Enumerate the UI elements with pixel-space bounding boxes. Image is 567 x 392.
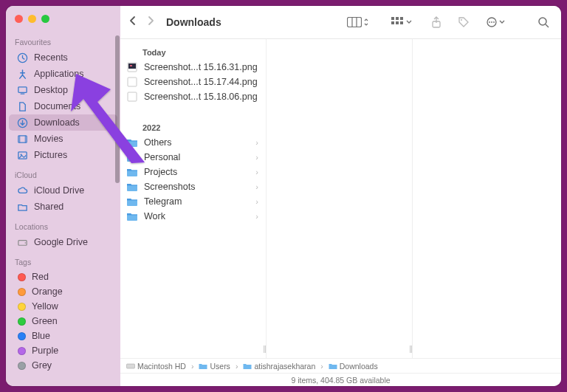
svg-point-24: [491, 21, 492, 23]
svg-point-25: [493, 21, 495, 23]
forward-button[interactable]: [147, 16, 154, 28]
sidebar-scrollbar-thumb[interactable]: [115, 35, 120, 183]
path-separator: [233, 362, 241, 371]
chevron-right-icon: ›: [255, 182, 260, 191]
path-segment[interactable]: Users: [199, 362, 230, 371]
path-segment[interactable]: atishrajasekharan: [243, 362, 315, 371]
sidebar-item-orange[interactable]: Orange: [9, 284, 117, 299]
chevron-right-icon: ›: [255, 197, 260, 206]
chevron-down-icon: [499, 18, 505, 26]
folder-row[interactable]: Personal›: [120, 150, 266, 165]
file-row[interactable]: Screenshot...t 15.18.06.png: [120, 89, 266, 104]
file-row[interactable]: Screenshot...t 15.17.44.png: [120, 75, 266, 89]
sidebar-item-blue[interactable]: Blue: [9, 329, 117, 343]
sidebar-item-recents[interactable]: Recents: [9, 49, 117, 66]
svg-rect-32: [128, 92, 137, 101]
file-icon: [126, 61, 138, 73]
file-name: Telegram: [144, 196, 250, 207]
svg-rect-14: [391, 17, 394, 20]
folder-row[interactable]: Projects›: [120, 165, 266, 179]
svg-point-10: [24, 242, 26, 244]
download-icon: [16, 117, 28, 128]
folder-row[interactable]: Screenshots›: [120, 179, 266, 194]
path-segment[interactable]: Downloads: [329, 362, 378, 371]
sidebar-item-icloud-drive[interactable]: iCloud Drive: [9, 182, 117, 199]
folder-row[interactable]: Telegram›: [120, 194, 266, 209]
tag-dot-icon: [18, 332, 26, 340]
doc-icon: [16, 100, 28, 112]
svg-rect-33: [127, 364, 135, 368]
group-button[interactable]: [388, 16, 415, 29]
folder-icon: [126, 166, 138, 178]
path-label: Downloads: [340, 362, 378, 371]
path-segment[interactable]: Macintosh HD: [126, 362, 186, 371]
svg-point-23: [489, 21, 490, 23]
sidebar-item-label: Purple: [32, 345, 58, 356]
sidebar-item-label: Yellow: [32, 301, 58, 312]
tag-dot-icon: [18, 273, 26, 281]
chevron-right-icon: ›: [255, 138, 260, 147]
sidebar-item-purple[interactable]: Purple: [9, 343, 117, 358]
sidebar-item-grey[interactable]: Grey: [9, 358, 117, 373]
sidebar-item-documents[interactable]: Documents: [9, 98, 117, 114]
disk-icon: [126, 362, 135, 371]
main-area: Downloads: [120, 6, 561, 386]
movie-icon: [16, 133, 28, 145]
file-row[interactable]: Screenshot...t 15.16.31.png: [120, 60, 266, 75]
sidebar-item-shared[interactable]: Shared: [9, 199, 117, 215]
app-icon: [16, 68, 28, 80]
sidebar-item-label: Green: [32, 316, 58, 326]
tag-dot-icon: [18, 347, 26, 355]
sidebar-item-label: Movies: [34, 134, 63, 144]
window-controls: [6, 15, 120, 30]
sidebar-item-downloads[interactable]: Downloads: [9, 114, 117, 131]
sidebar-item-movies[interactable]: Movies: [9, 131, 117, 147]
view-columns-button[interactable]: [344, 16, 372, 29]
chevron-right-icon: ›: [255, 212, 260, 221]
sidebar-item-green[interactable]: Green: [9, 314, 117, 329]
folder-icon: [126, 137, 138, 148]
sidebar-item-label: Google Drive: [34, 237, 88, 247]
folder-row[interactable]: Work›: [120, 209, 266, 224]
folder-icon: [126, 181, 138, 193]
chevron-down-icon: [406, 18, 412, 26]
path-bar: Macintosh HDUsersatishrajasekharanDownlo…: [120, 358, 561, 373]
svg-rect-11: [348, 17, 362, 27]
shared-icon: [16, 201, 28, 213]
path-label: atishrajasekharan: [254, 362, 315, 371]
sidebar-item-desktop[interactable]: Desktop: [9, 82, 117, 98]
svg-rect-17: [391, 21, 394, 24]
minimize-dot[interactable]: [28, 15, 36, 23]
tag-dot-icon: [18, 317, 26, 326]
cloud-icon: [16, 185, 28, 196]
close-dot[interactable]: [15, 15, 23, 23]
folder-icon: [126, 196, 138, 207]
share-button[interactable]: [428, 15, 444, 30]
sidebar-item-applications[interactable]: Applications: [9, 66, 117, 82]
folder-row[interactable]: Others›: [120, 135, 266, 150]
sidebar-item-yellow[interactable]: Yellow: [9, 299, 117, 314]
svg-point-21: [461, 19, 462, 21]
tags-button[interactable]: [455, 15, 472, 30]
sidebar-scrollbar[interactable]: [114, 35, 120, 379]
tag-dot-icon: [18, 288, 26, 296]
actions-button[interactable]: [483, 15, 508, 30]
folder-icon: [126, 151, 138, 163]
svg-rect-30: [130, 65, 132, 66]
svg-rect-16: [400, 17, 403, 20]
search-button[interactable]: [535, 15, 552, 30]
maximize-dot[interactable]: [41, 15, 49, 23]
svg-rect-31: [128, 78, 137, 86]
tag-dot-icon: [18, 303, 26, 311]
sidebar-item-label: Grey: [32, 360, 52, 371]
file-name: Screenshot...t 15.18.06.png: [144, 92, 260, 102]
back-button[interactable]: [129, 16, 137, 28]
sidebar-item-pictures[interactable]: Pictures: [9, 147, 117, 163]
tag-dot-icon: [18, 362, 26, 370]
finder-window: FavouritesRecentsApplicationsDesktopDocu…: [6, 6, 561, 386]
sidebar-item-google-drive[interactable]: Google Drive: [9, 234, 117, 250]
sidebar-item-label: iCloud Drive: [34, 185, 84, 196]
sidebar-item-label: Pictures: [34, 150, 67, 160]
sidebar-item-red[interactable]: Red: [9, 269, 117, 284]
clock-icon: [16, 52, 28, 63]
